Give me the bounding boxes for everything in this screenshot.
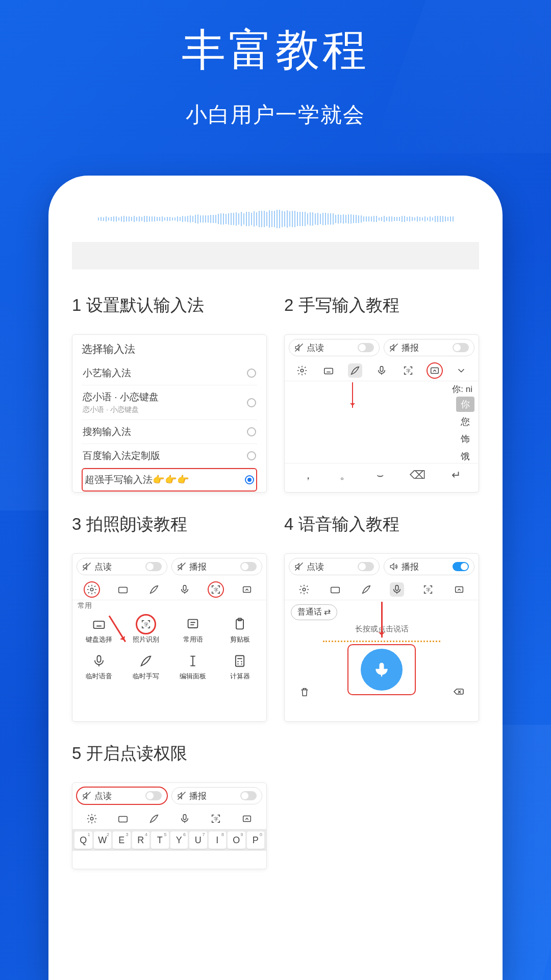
collapse-icon[interactable] (452, 582, 466, 597)
tutorial-item-3[interactable]: 3 拍照朗读教程 点读 播报 字 (72, 513, 267, 722)
scan-icon[interactable]: 字 (209, 582, 223, 597)
mic-icon[interactable] (390, 582, 404, 597)
handwriting-bottom-row: ，。⌣⌫↵ (285, 463, 479, 487)
svg-point-30 (237, 661, 238, 662)
language-pill[interactable]: 普通话 ⇄ (291, 604, 337, 620)
ime-option[interactable]: 超强手写输入法👉👉👉 (82, 468, 257, 492)
key-q[interactable]: Q1 (74, 831, 92, 849)
feather-icon[interactable] (147, 582, 161, 597)
mic-icon[interactable] (374, 363, 389, 378)
svg-point-35 (303, 588, 306, 591)
phone-mockup: 1 设置默认输入法 选择输入法 小艺输入法恋小语 · 小恋键盘恋小语 · 小恋键… (48, 176, 503, 980)
voice-mic-button[interactable] (361, 649, 403, 691)
read-toggle[interactable]: 点读 (289, 339, 380, 356)
read-toggle[interactable]: 点读 (77, 558, 167, 575)
svg-point-33 (241, 664, 242, 665)
scan-icon[interactable]: 字 (401, 363, 415, 378)
svg-rect-3 (324, 368, 333, 374)
thumb-photo-read: 点读 播报 字 常用 键盘选择字照片识别常用语剪贴 (72, 553, 267, 722)
key-t[interactable]: T5 (151, 831, 169, 849)
svg-rect-8 (380, 366, 383, 372)
key[interactable]: ⌣ (377, 469, 384, 482)
feather-icon[interactable] (348, 363, 362, 378)
trash-icon[interactable] (299, 687, 310, 701)
qwerty-row: Q1W2E3R4T5Y6U7I8O9P0 (72, 829, 266, 851)
tutorial-item-5[interactable]: 5 开启点读权限 点读 播报 字 (72, 742, 267, 869)
key-u[interactable]: U7 (189, 831, 207, 849)
tool-phrases[interactable]: 常用语 (178, 616, 208, 644)
tool-mic[interactable]: 临时语音 (84, 652, 114, 681)
svg-rect-47 (184, 815, 187, 820)
tutorial-heading: 2 手写输入教程 (284, 294, 479, 317)
candidate[interactable]: 您 (456, 414, 474, 429)
mic-icon[interactable] (178, 582, 192, 597)
tutorial-item-2[interactable]: 2 手写输入教程 点读 播报 字 (284, 294, 479, 493)
key-p[interactable]: P0 (247, 831, 265, 849)
ime-option[interactable]: 小艺输入法 (82, 361, 257, 385)
mic-icon[interactable] (178, 812, 192, 826)
ime-option[interactable]: 搜狗输入法 (82, 420, 257, 444)
candidate[interactable]: 你 (456, 397, 474, 412)
svg-rect-15 (184, 585, 187, 591)
key[interactable]: ⌫ (410, 469, 425, 482)
gear-icon[interactable] (85, 812, 99, 826)
broadcast-toggle[interactable]: 播报 (171, 787, 262, 804)
broadcast-toggle[interactable]: 播报 (171, 558, 262, 575)
read-toggle[interactable]: 点读 (77, 787, 167, 804)
pinyin-label: 你: ni (452, 383, 472, 395)
tool-scan[interactable]: 字照片识别 (131, 616, 161, 644)
keyboard-icon[interactable] (321, 363, 336, 378)
tool-calc[interactable]: 计算器 (224, 652, 255, 681)
broadcast-toggle[interactable]: 播报 (384, 339, 474, 356)
gear-icon[interactable] (85, 582, 99, 597)
feather-icon[interactable] (147, 812, 161, 826)
gear-icon[interactable] (297, 582, 311, 597)
candidate[interactable]: 饿 (456, 449, 474, 464)
collapse-icon[interactable] (240, 582, 254, 597)
waveform-decoration (72, 206, 479, 232)
svg-rect-18 (94, 621, 105, 628)
svg-point-13 (91, 588, 94, 591)
collapse-icon[interactable] (240, 812, 254, 826)
tutorial-item-4[interactable]: 4 语音输入教程 点读 播报 字 (284, 513, 479, 722)
key-o[interactable]: O9 (228, 831, 245, 849)
feather-icon[interactable] (359, 582, 373, 597)
svg-rect-14 (119, 587, 128, 593)
key[interactable]: ↵ (452, 469, 461, 482)
keyboard-icon[interactable] (116, 812, 130, 826)
ime-option[interactable]: 恋小语 · 小恋键盘恋小语 · 小恋键盘 (82, 385, 257, 420)
chevron-down-icon[interactable] (454, 363, 468, 378)
key-y[interactable]: Y6 (170, 831, 188, 849)
tool-clipboard[interactable]: 剪贴板 (224, 616, 255, 644)
scan-icon[interactable]: 字 (209, 812, 223, 826)
tutorial-heading: 5 开启点读权限 (72, 742, 267, 765)
broadcast-toggle[interactable]: 播报 (384, 558, 474, 575)
ime-option[interactable]: 百度输入法定制版 (82, 444, 257, 468)
scan-icon[interactable]: 字 (421, 582, 435, 597)
keyboard-icon[interactable] (116, 582, 130, 597)
key[interactable]: ， (303, 468, 314, 483)
tool-cursor[interactable]: 编辑面板 (178, 652, 208, 681)
key-r[interactable]: R4 (132, 831, 150, 849)
thumb-default-ime: 选择输入法 小艺输入法恋小语 · 小恋键盘恋小语 · 小恋键盘搜狗输入法百度输入… (72, 334, 267, 493)
key-i[interactable]: I8 (209, 831, 227, 849)
keyboard-icon[interactable] (328, 582, 342, 597)
ime-dialog-title: 选择输入法 (82, 342, 257, 356)
collapse-icon[interactable] (428, 363, 442, 378)
backspace-icon[interactable] (452, 685, 464, 701)
red-arrow (381, 602, 383, 638)
key-w[interactable]: W2 (94, 831, 112, 849)
thumb-voice-input: 点读 播报 字 普通话 ⇄ 长按或点击说话 (284, 553, 479, 722)
key-e[interactable]: E3 (113, 831, 131, 849)
svg-text:字: 字 (214, 587, 218, 593)
tutorial-heading: 3 拍照朗读教程 (72, 513, 267, 536)
gear-icon[interactable] (295, 363, 309, 378)
tool-keyboard[interactable]: 键盘选择 (84, 616, 114, 644)
svg-text:字: 字 (214, 817, 218, 822)
tutorial-item-1[interactable]: 1 设置默认输入法 选择输入法 小艺输入法恋小语 · 小恋键盘恋小语 · 小恋键… (72, 294, 267, 493)
tool-feather[interactable]: 临时手写 (131, 652, 161, 681)
key[interactable]: 。 (340, 468, 351, 483)
read-toggle[interactable]: 点读 (289, 558, 380, 575)
candidate[interactable]: 饰 (456, 431, 474, 447)
svg-rect-46 (119, 816, 128, 822)
